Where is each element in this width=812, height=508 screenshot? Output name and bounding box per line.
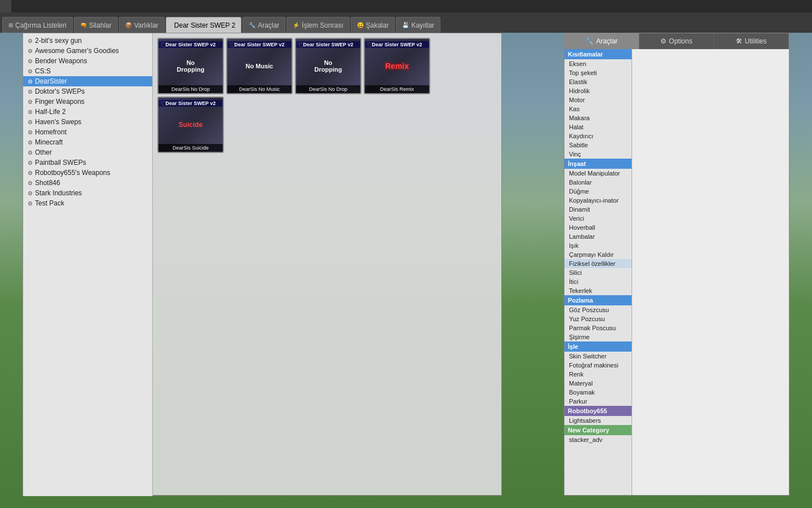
right-tab-label-0: Araçlar xyxy=(596,37,617,45)
sidebar-item-awesome-gamer-s-goodies[interactable]: ⚙Awesome Gamer's Goodies xyxy=(23,46,152,56)
weapon-card-title: Dear Sister SWEP v2 xyxy=(158,100,223,107)
tool-item-sabitle[interactable]: Sabitle xyxy=(564,141,632,150)
sidebar-item-haven-s-sweps[interactable]: ⚙Haven's Sweps xyxy=(23,117,152,127)
tool-category-pozlama[interactable]: Pozlama xyxy=(564,295,632,305)
tool-item-d--me[interactable]: Düğme xyxy=(564,187,632,196)
sidebar-item-shot846[interactable]: ⚙Shot846 xyxy=(23,178,152,188)
tool-item-dinamit[interactable]: Dinamit xyxy=(564,205,632,214)
tab-dear-sister[interactable]: Dear Sister SWEP 2 xyxy=(166,17,241,33)
main-panel: ⚙2-bit's sexy gun⚙Awesome Gamer's Goodie… xyxy=(23,33,502,496)
weapon-card-4[interactable]: 🛡 Dear Sister SWEP v2 Remix DearSis Remi… xyxy=(364,38,430,94)
tool-item-skin-switcher[interactable]: Skin Switcher xyxy=(564,352,632,361)
tool-category-i--le[interactable]: İşle xyxy=(564,341,632,352)
sidebar-item-cs-s[interactable]: ⚙CS:S xyxy=(23,66,152,76)
tool-item-kas[interactable]: Kas xyxy=(564,104,632,113)
tool-category-i-n-aat[interactable]: İnşaat xyxy=(564,159,632,169)
tool-item-boyamak[interactable]: Boyamak xyxy=(564,388,632,397)
right-panel-content: KısıtlamalarEksenTop şeketiElastikHidrol… xyxy=(564,49,789,495)
tool-item-model-manipulator[interactable]: Model Manipulator xyxy=(564,169,632,178)
weapon-cat-icon: ⚙ xyxy=(28,119,33,125)
sidebar-item-paintball-sweps[interactable]: ⚙Paintball SWEPs xyxy=(23,157,152,168)
tool-item-parkur[interactable]: Parkur xyxy=(564,397,632,406)
weapon-card-1[interactable]: 🛡 Dear Sister SWEP v2 No Dropping DearSi… xyxy=(157,38,224,94)
tool-item-elastik[interactable]: Elastik xyxy=(564,77,632,86)
tool-item-foto-raf-makinesi[interactable]: Fotoğraf makinesi xyxy=(564,361,632,370)
weapon-cat-icon: ⚙ xyxy=(28,48,33,54)
tool-category-robotboy655[interactable]: Robotboy655 xyxy=(564,406,632,416)
menu-npcs[interactable] xyxy=(11,0,23,12)
tool-item-lightsabers[interactable]: Lightsabers xyxy=(564,416,632,425)
sidebar-item-homefront[interactable]: ⚙Homefront xyxy=(23,127,152,137)
tool-item-stacker-adv[interactable]: stacker_adv xyxy=(564,435,632,444)
tool-category-new-category[interactable]: New Category xyxy=(564,425,632,435)
right-tab-icon-0: 🔧 xyxy=(585,37,594,45)
weapon-card-overlay: No Music xyxy=(246,63,273,69)
tab-silahlar[interactable]: 🔫Silahlar xyxy=(74,17,118,33)
tool-item-verici[interactable]: Verici xyxy=(564,214,632,223)
right-tab-araçlar[interactable]: 🔧Araçlar xyxy=(564,33,639,49)
weapon-grid: 🛡 Dear Sister SWEP v2 No Dropping DearSi… xyxy=(153,33,502,157)
tab-kayitlar[interactable]: 💾Kayıtlar xyxy=(396,17,440,33)
weapon-cat-icon: ⚙ xyxy=(28,89,33,95)
tool-item-renk[interactable]: Renk xyxy=(564,370,632,379)
tool-item-i--k[interactable]: Işık xyxy=(564,241,632,250)
tool-item-hoverball[interactable]: Hoverball xyxy=(564,223,632,232)
tool-item-vin-[interactable]: Vinç xyxy=(564,150,632,159)
tool-item-top--eketi[interactable]: Top şeketi xyxy=(564,68,632,77)
tab-cagirma[interactable]: ⊞Çağırma Listeleri xyxy=(2,17,73,33)
sidebar-item-half-life-2[interactable]: ⚙Half-Life 2 xyxy=(23,107,152,117)
weapon-card-2[interactable]: 🛡 Dear Sister SWEP v2 No Music DearSis N… xyxy=(226,38,293,94)
tab-islem[interactable]: ⚡İşlem Sonrası xyxy=(286,17,349,33)
sidebar-item-label: Awesome Gamer's Goodies xyxy=(35,47,119,55)
tool-item-parmak-poscusu[interactable]: Parmak Poscusu xyxy=(564,323,632,332)
tool-category-k-s-tlamalar[interactable]: Kısıtlamalar xyxy=(564,49,632,59)
tool-item-kopyalay-c--inator[interactable]: Kopyalayıcı-inator xyxy=(564,196,632,205)
sidebar-item-finger-weapons[interactable]: ⚙Finger Weapons xyxy=(23,97,152,107)
tool-item-silici[interactable]: Silici xyxy=(564,268,632,277)
tool-item--arpmay--kald-r[interactable]: Çarpmayı Kaldır xyxy=(564,250,632,259)
tool-item-halat[interactable]: Halat xyxy=(564,122,632,132)
tab-icon-araclar-tab: 🔧 xyxy=(249,22,255,28)
tool-item-balonlar[interactable]: Balonlar xyxy=(564,178,632,187)
tool-item-tekerlek[interactable]: Tekerlek xyxy=(564,286,632,295)
sidebar-item-robotboy655-s-weapons[interactable]: ⚙Robotboy655's Weapons xyxy=(23,168,152,178)
tool-item--i-irme[interactable]: Şişirme xyxy=(564,332,632,341)
sidebar-item-doktor-s-sweps[interactable]: ⚙Doktor's SWEPs xyxy=(23,86,152,97)
tool-item-lambalar[interactable]: Lambalar xyxy=(564,232,632,241)
right-tab-options[interactable]: ⚙Options xyxy=(639,33,714,49)
weapon-card-3[interactable]: 🛡 Dear Sister SWEP v2 No Dropping DearSi… xyxy=(295,38,361,94)
tool-item-makara[interactable]: Makara xyxy=(564,113,632,122)
weapon-card-5[interactable]: 🛡 Dear Sister SWEP v2 Suicide DearSis Su… xyxy=(157,97,224,153)
weapon-card-overlay: Remix xyxy=(385,62,409,71)
tool-item-fiziksel--zellikler[interactable]: Fiziksel özellikler xyxy=(564,259,632,268)
sidebar-item-other[interactable]: ⚙Other xyxy=(23,147,152,157)
tool-item-motor[interactable]: Motor xyxy=(564,95,632,104)
weapon-cat-icon: ⚙ xyxy=(28,78,33,85)
tool-item-hidrolik[interactable]: Hidrolik xyxy=(564,86,632,95)
menu-drawing[interactable] xyxy=(0,0,11,12)
sidebar-item-label: Test Pack xyxy=(35,199,64,207)
tab-araclar-tab[interactable]: 🔧Araçlar xyxy=(242,17,285,33)
sidebar-item-test-pack[interactable]: ⚙Test Pack xyxy=(23,198,152,208)
tab-icon-silahlar: 🔫 xyxy=(80,22,87,28)
tool-item-eksen[interactable]: Eksen xyxy=(564,59,632,68)
tool-item-g-z-poszcusu[interactable]: Göz Poszcusu xyxy=(564,305,632,314)
sidebar-item-label: Minecraft xyxy=(35,138,63,146)
sidebar-item-stark-industries[interactable]: ⚙Stark Industries xyxy=(23,188,152,198)
tool-item-kayd-r-c-[interactable]: Kaydırıcı xyxy=(564,132,632,141)
tool-item-materyal[interactable]: Materyal xyxy=(564,379,632,388)
tab-sakalar[interactable]: 😄Şakalar xyxy=(351,17,395,33)
weapon-cat-icon: ⚙ xyxy=(28,170,33,176)
tool-item-i-tici[interactable]: İtici xyxy=(564,277,632,286)
tool-item-yuz-pozcusu[interactable]: Yuz Pozcusu xyxy=(564,314,632,323)
sidebar-item-dearsister[interactable]: ⚙DearSister xyxy=(23,76,152,86)
sidebar-item-bender-weapons[interactable]: ⚙Bender Weapons xyxy=(23,56,152,66)
right-tab-label-1: Options xyxy=(669,37,692,45)
sidebar-item-minecraft[interactable]: ⚙Minecraft xyxy=(23,137,152,147)
sidebar-item-label: Doktor's SWEPs xyxy=(35,87,85,95)
weapon-cat-icon: ⚙ xyxy=(28,139,33,146)
weapon-card-overlay: Suicide xyxy=(179,121,203,129)
sidebar-item-2-bit-s-sexy-gun[interactable]: ⚙2-bit's sexy gun xyxy=(23,36,152,46)
tab-varliklar[interactable]: 📦Varlıklar xyxy=(119,17,165,33)
right-tab-utilities[interactable]: 🛠Utilities xyxy=(714,33,789,49)
